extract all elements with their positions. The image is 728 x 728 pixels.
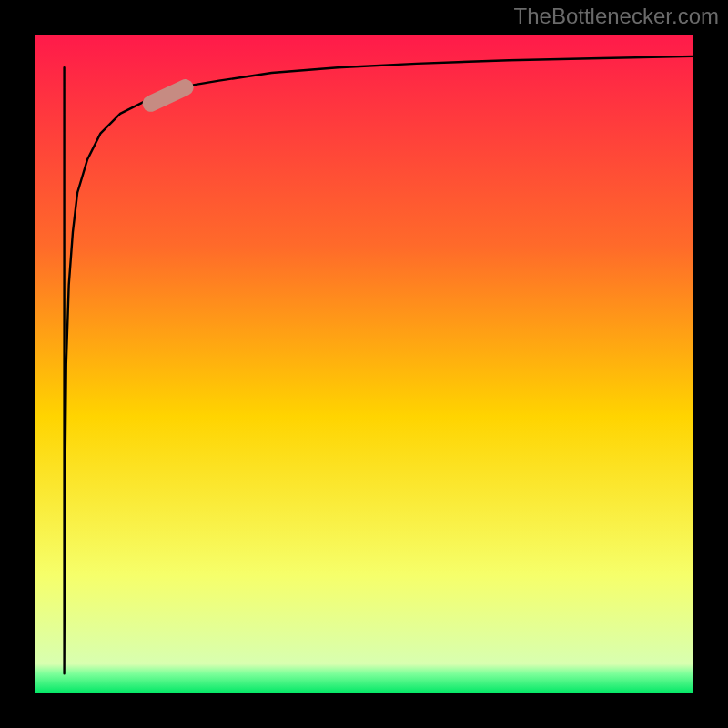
chart-stage: TheBottlenecker.com	[0, 0, 728, 728]
curve-layer	[35, 35, 693, 693]
bottleneck-curve	[65, 56, 693, 673]
plot-area	[35, 35, 693, 693]
watermark-text: TheBottlenecker.com	[514, 4, 719, 29]
curve-marker	[140, 76, 197, 115]
